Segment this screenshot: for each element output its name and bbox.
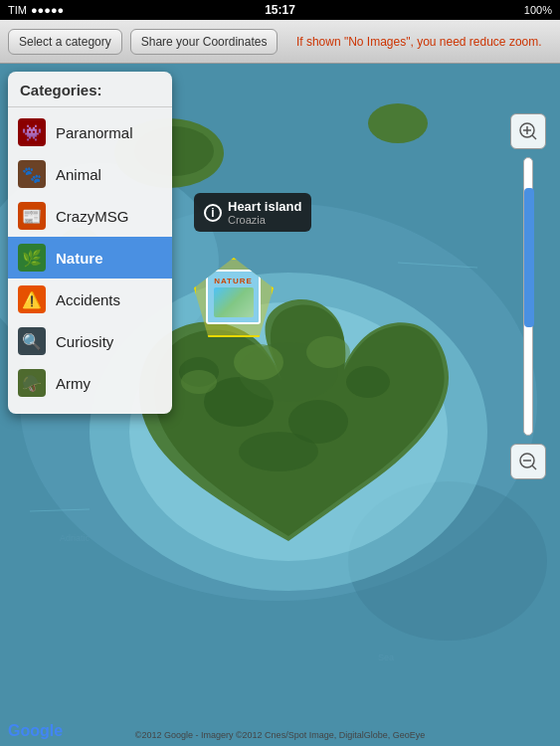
info-icon: i [204,204,222,222]
zoom-out-button[interactable] [510,444,546,479]
category-icon-army: 🪖 [18,369,46,397]
warning-text: If shown "No Images", you need reduce zo… [285,35,552,49]
category-icon-curiosity: 🔍 [18,327,46,355]
zoom-in-button[interactable] [510,113,546,149]
category-item-animal[interactable]: 🐾Animal [8,153,172,195]
island-info-popup[interactable]: i Heart island Croazia [194,193,311,232]
nature-marker[interactable]: NATURE [194,258,274,337]
category-label-paranormal: Paranormal [56,124,133,141]
svg-text:Sea: Sea [378,653,394,662]
nature-pentagon: NATURE [194,258,274,337]
categories-panel: Categories: 👾Paranormal🐾Animal📰CrazyMSG🌿… [8,72,172,414]
toolbar: Select a category Share your Coordinates… [0,20,560,64]
category-item-curiosity[interactable]: 🔍Curiosity [8,320,172,362]
zoom-track[interactable] [523,157,533,436]
nature-marker-inner: NATURE [194,258,274,337]
category-icon-paranormal: 👾 [18,118,46,146]
carrier-name: TIM [8,4,27,16]
categories-list: 👾Paranormal🐾Animal📰CrazyMSG🌿Nature⚠️Acci… [8,111,172,404]
zoom-out-icon [518,452,538,471]
category-label-crazymsg: CrazyMSG [56,208,128,225]
map-attribution: ©2012 Google - Imagery ©2012 Cnes/Spot I… [0,730,560,740]
category-label-army: Army [56,375,91,392]
svg-point-12 [234,344,283,380]
svg-point-8 [239,432,318,471]
category-icon-animal: 🐾 [18,160,46,188]
popup-subtitle: Croazia [228,214,301,226]
category-label-curiosity: Curiosity [56,333,113,350]
svg-text:Adriatic: Adriatic [60,533,91,543]
svg-point-17 [368,103,428,143]
battery-indicator: 100% [524,4,552,16]
category-icon-crazymsg: 📰 [18,202,46,230]
nature-image [214,287,254,317]
zoom-control [510,113,546,479]
select-category-button[interactable]: Select a category [8,29,122,55]
nature-label: NATURE [214,277,253,285]
svg-line-30 [532,466,536,469]
category-item-army[interactable]: 🪖Army [8,362,172,404]
nature-inner-box: NATURE [206,270,261,324]
svg-point-10 [346,366,390,398]
signal-dots: ●●●●● [31,4,64,16]
zoom-in-icon [518,121,538,141]
popup-content: Heart island Croazia [228,199,301,226]
svg-line-27 [532,135,536,139]
popup-title: Heart island [228,199,301,214]
category-item-accidents[interactable]: ⚠️Accidents [8,279,172,320]
category-icon-nature: 🌿 [18,244,46,272]
status-time: 15:17 [265,3,295,17]
category-label-nature: Nature [56,250,103,267]
category-label-accidents: Accidents [56,291,120,308]
categories-title: Categories: [8,82,172,107]
category-item-crazymsg[interactable]: 📰CrazyMSG [8,195,172,237]
share-coordinates-button[interactable]: Share your Coordinates [130,29,279,55]
category-item-paranormal[interactable]: 👾Paranormal [8,111,172,153]
svg-point-13 [306,336,350,368]
status-bar: TIM ●●●●● 15:17 100% [0,0,560,20]
carrier-signal: TIM ●●●●● [8,4,64,16]
category-label-animal: Animal [56,166,101,183]
zoom-thumb[interactable] [524,188,534,327]
svg-point-14 [181,370,217,394]
category-icon-accidents: ⚠️ [18,285,46,313]
category-item-nature[interactable]: 🌿Nature [8,237,172,279]
map-view[interactable]: Adriatic Sea Categories: 👾Paranormal🐾Ani… [0,64,560,746]
